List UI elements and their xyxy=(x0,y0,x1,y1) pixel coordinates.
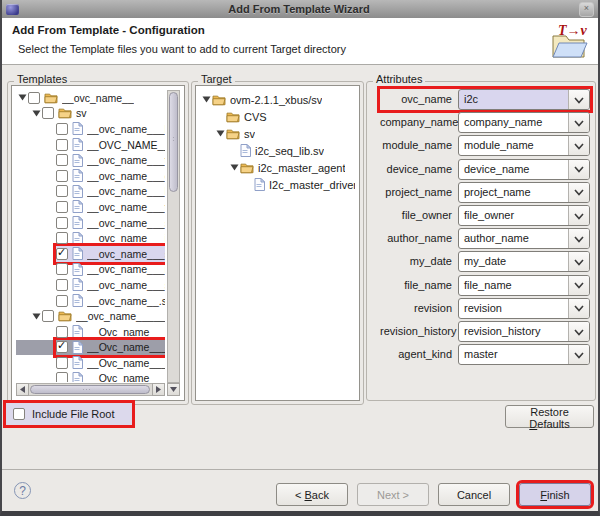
checkbox[interactable] xyxy=(56,248,68,260)
checkbox[interactable] xyxy=(56,139,68,151)
footer-buttons: < BackNext >CancelFinish xyxy=(276,483,591,506)
checkbox[interactable] xyxy=(56,201,68,213)
combo-dropdown-button[interactable] xyxy=(568,345,589,364)
tree-item[interactable]: __Ovc_name___ xyxy=(16,324,165,340)
file-icon xyxy=(72,247,83,260)
attribute-row: company_namecompany_name xyxy=(380,112,590,133)
combo-dropdown-button[interactable] xyxy=(568,113,589,132)
tree-item[interactable]: __ovc_name___sequ xyxy=(16,277,165,293)
checkbox[interactable] xyxy=(56,232,68,244)
combo-dropdown-button[interactable] xyxy=(568,90,589,109)
tree-item[interactable]: __ovc_name___seq_ xyxy=(16,246,165,262)
tree-item[interactable]: sv xyxy=(200,125,355,142)
combo-value[interactable]: master xyxy=(459,345,568,364)
expander-icon[interactable] xyxy=(228,164,240,171)
combo-dropdown-button[interactable] xyxy=(568,276,589,295)
tree-item[interactable]: __ovc_name___bus_ xyxy=(16,121,165,137)
checkbox[interactable] xyxy=(56,123,68,135)
tree-item[interactable]: __Ovc_name___ xyxy=(16,340,165,356)
combo-value[interactable]: i2c xyxy=(459,90,568,109)
checkbox[interactable] xyxy=(56,372,68,382)
checkbox[interactable] xyxy=(56,217,68,229)
file-icon xyxy=(72,372,83,382)
tree-item[interactable]: __ovc_name_____ag xyxy=(16,308,165,324)
tree-item[interactable]: __ovc_name__ xyxy=(16,90,165,106)
combo-value[interactable]: author_name xyxy=(459,229,568,248)
combo-value[interactable]: my_date xyxy=(459,252,568,271)
checkbox[interactable] xyxy=(56,154,68,166)
tree-item[interactable]: __ovc_name___tran xyxy=(16,199,165,215)
scroll-down-button[interactable] xyxy=(167,383,180,396)
tree-item[interactable]: CVS xyxy=(200,108,355,125)
combo-dropdown-button[interactable] xyxy=(568,299,589,318)
checkbox[interactable] xyxy=(28,92,40,104)
combo-value[interactable]: file_owner xyxy=(459,206,568,225)
checkbox[interactable] xyxy=(56,295,68,307)
combo-dropdown-button[interactable] xyxy=(568,183,589,202)
tree-item[interactable]: __ovc_name___sequ xyxy=(16,215,165,231)
scroll-right-button[interactable] xyxy=(152,383,165,396)
combo-dropdown-button[interactable] xyxy=(568,252,589,271)
combo-value[interactable]: project_name xyxy=(459,183,568,202)
scroll-left-button[interactable] xyxy=(16,383,29,396)
scrollbar-thumb[interactable] xyxy=(169,92,178,192)
templates-group-label: Templates xyxy=(14,73,70,85)
checkbox[interactable] xyxy=(56,170,68,182)
checkbox[interactable] xyxy=(56,341,68,353)
combo-value[interactable]: revision xyxy=(459,299,568,318)
tree-item[interactable]: __ovc_name___type xyxy=(16,152,165,168)
include-file-root-checkbox[interactable] xyxy=(13,408,25,420)
combo-dropdown-button[interactable] xyxy=(568,229,589,248)
attribute-row: ovc_namei2c xyxy=(380,89,590,110)
checkbox[interactable] xyxy=(56,326,68,338)
back-button[interactable]: < Back xyxy=(276,483,348,506)
checkbox[interactable] xyxy=(42,107,54,119)
restore-defaults-button[interactable]: Restore Defaults xyxy=(505,405,594,428)
tree-item[interactable]: __Ovc_name___ xyxy=(16,371,165,382)
checkbox[interactable] xyxy=(56,263,68,275)
expander-icon[interactable] xyxy=(30,110,42,117)
templates-tree: __ovc_name__sv__ovc_name___bus___OVC_NAM… xyxy=(16,90,165,382)
cancel-button[interactable]: Cancel xyxy=(438,483,510,506)
tree-item-label: __ovc_name___inter xyxy=(87,232,165,244)
tree-item[interactable]: __ovc_name___inter xyxy=(16,230,165,246)
title-bar: Add From Template Wizard × xyxy=(2,0,598,19)
tree-item-label: __ovc_name___type xyxy=(87,154,165,166)
vertical-scrollbar[interactable] xyxy=(167,90,180,383)
finish-button[interactable]: Finish xyxy=(519,483,591,506)
checkbox[interactable] xyxy=(42,310,54,322)
include-file-root-option[interactable]: Include File Root xyxy=(3,400,135,428)
combo-value[interactable]: module_name xyxy=(459,136,568,155)
combo-dropdown-button[interactable] xyxy=(568,322,589,341)
combo-dropdown-button[interactable] xyxy=(568,136,589,155)
help-icon[interactable]: ? xyxy=(14,482,31,499)
combo-value[interactable]: revision_history xyxy=(459,322,568,341)
combo-dropdown-button[interactable] xyxy=(568,160,589,179)
tree-item[interactable]: __ovc_name___env. xyxy=(16,168,165,184)
tree-item[interactable]: __ovc_name___bus_ xyxy=(16,184,165,200)
checkbox[interactable] xyxy=(56,357,68,369)
attribute-label: revision xyxy=(380,298,452,319)
tree-item[interactable]: __ovc_name___inter xyxy=(16,262,165,278)
close-icon[interactable]: × xyxy=(579,2,594,17)
combo-value[interactable]: device_name xyxy=(459,160,568,179)
scrollbar-thumb[interactable] xyxy=(30,385,150,394)
tree-item[interactable]: I2c_master_driver.sv xyxy=(200,176,355,193)
expander-icon[interactable] xyxy=(200,96,212,103)
tree-item[interactable]: __OVC_NAME___env xyxy=(16,137,165,153)
tree-item[interactable]: __ovc_name__.svh xyxy=(16,293,165,309)
expander-icon[interactable] xyxy=(30,313,42,320)
tree-item[interactable]: __Ovc_name___ xyxy=(16,355,165,371)
expander-icon[interactable] xyxy=(16,94,28,101)
tree-item[interactable]: sv xyxy=(16,106,165,122)
checkbox[interactable] xyxy=(56,279,68,291)
expander-icon[interactable] xyxy=(214,130,226,137)
tree-item[interactable]: i2c_master_agent xyxy=(200,159,355,176)
horizontal-scrollbar[interactable] xyxy=(16,383,165,396)
tree-item[interactable]: i2c_seq_lib.sv xyxy=(200,142,355,159)
checkbox[interactable] xyxy=(56,185,68,197)
combo-value[interactable]: company_name xyxy=(459,113,568,132)
combo-dropdown-button[interactable] xyxy=(568,206,589,225)
tree-item[interactable]: ovm-2.1.1_xbus/sv xyxy=(200,91,355,108)
combo-value[interactable]: file_name xyxy=(459,276,568,295)
